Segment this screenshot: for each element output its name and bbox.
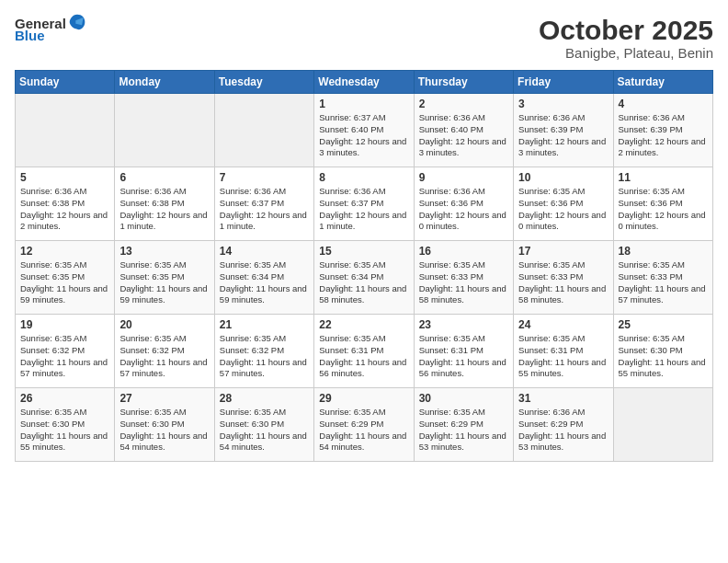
day-number: 24 [518, 318, 608, 331]
day-info: Sunrise: 6:35 AM Sunset: 6:34 PM Dayligh… [319, 259, 408, 306]
day-info: Sunrise: 6:35 AM Sunset: 6:30 PM Dayligh… [119, 407, 209, 454]
weekday-header-row: Sunday Monday Tuesday Wednesday Thursday… [16, 71, 713, 94]
day-info: Sunrise: 6:36 AM Sunset: 6:37 PM Dayligh… [220, 186, 309, 233]
calendar-cell [16, 94, 115, 167]
day-info: Sunrise: 6:35 AM Sunset: 6:34 PM Dayligh… [220, 259, 309, 306]
calendar-cell: 29Sunrise: 6:35 AM Sunset: 6:29 PM Dayli… [314, 388, 414, 462]
week-row-5: 26Sunrise: 6:35 AM Sunset: 6:30 PM Dayli… [16, 388, 713, 462]
calendar-cell: 13Sunrise: 6:35 AM Sunset: 6:35 PM Dayli… [115, 241, 214, 315]
calendar-cell: 17Sunrise: 6:35 AM Sunset: 6:33 PM Dayli… [514, 241, 613, 315]
day-number: 27 [119, 392, 209, 405]
day-number: 29 [319, 392, 408, 405]
day-info: Sunrise: 6:35 AM Sunset: 6:33 PM Dayligh… [518, 259, 608, 306]
week-row-1: 1Sunrise: 6:37 AM Sunset: 6:40 PM Daylig… [16, 94, 713, 167]
day-number: 28 [220, 392, 309, 405]
calendar-cell: 4Sunrise: 6:36 AM Sunset: 6:39 PM Daylig… [613, 94, 712, 167]
day-info: Sunrise: 6:36 AM Sunset: 6:40 PM Dayligh… [419, 112, 508, 159]
calendar-cell: 24Sunrise: 6:35 AM Sunset: 6:31 PM Dayli… [514, 315, 613, 388]
day-info: Sunrise: 6:35 AM Sunset: 6:33 PM Dayligh… [619, 259, 708, 306]
day-number: 26 [20, 392, 109, 405]
week-row-2: 5Sunrise: 6:36 AM Sunset: 6:38 PM Daylig… [16, 167, 713, 241]
calendar-cell: 9Sunrise: 6:36 AM Sunset: 6:36 PM Daylig… [414, 167, 513, 241]
calendar-cell: 6Sunrise: 6:36 AM Sunset: 6:38 PM Daylig… [115, 167, 214, 241]
calendar-cell: 26Sunrise: 6:35 AM Sunset: 6:30 PM Dayli… [16, 388, 115, 462]
calendar-cell: 14Sunrise: 6:35 AM Sunset: 6:34 PM Dayli… [214, 241, 313, 315]
day-number: 25 [619, 318, 708, 331]
day-number: 31 [518, 392, 608, 405]
logo: General Blue [15, 15, 86, 43]
logo-icon [68, 13, 86, 31]
calendar-cell [214, 94, 313, 167]
header-tuesday: Tuesday [214, 71, 313, 94]
day-number: 2 [419, 98, 508, 110]
calendar-cell: 25Sunrise: 6:35 AM Sunset: 6:30 PM Dayli… [613, 315, 712, 388]
calendar-cell: 2Sunrise: 6:36 AM Sunset: 6:40 PM Daylig… [414, 94, 513, 167]
calendar-cell [613, 388, 712, 462]
day-info: Sunrise: 6:36 AM Sunset: 6:38 PM Dayligh… [20, 186, 109, 233]
day-number: 17 [518, 245, 608, 258]
day-info: Sunrise: 6:35 AM Sunset: 6:31 PM Dayligh… [518, 333, 608, 380]
day-number: 16 [419, 245, 508, 258]
calendar-cell: 8Sunrise: 6:36 AM Sunset: 6:37 PM Daylig… [314, 167, 414, 241]
calendar-cell: 1Sunrise: 6:37 AM Sunset: 6:40 PM Daylig… [314, 94, 414, 167]
day-number: 4 [619, 98, 708, 110]
header-monday: Monday [115, 71, 214, 94]
calendar-title: October 2025 [539, 15, 713, 45]
day-number: 18 [619, 245, 708, 258]
day-info: Sunrise: 6:36 AM Sunset: 6:39 PM Dayligh… [619, 112, 708, 159]
day-info: Sunrise: 6:35 AM Sunset: 6:36 PM Dayligh… [619, 186, 708, 233]
day-number: 30 [419, 392, 508, 405]
day-info: Sunrise: 6:36 AM Sunset: 6:36 PM Dayligh… [419, 186, 508, 233]
day-number: 19 [20, 318, 109, 331]
day-info: Sunrise: 6:35 AM Sunset: 6:29 PM Dayligh… [419, 407, 508, 454]
day-number: 22 [319, 318, 408, 331]
day-info: Sunrise: 6:36 AM Sunset: 6:37 PM Dayligh… [319, 186, 408, 233]
header-friday: Friday [514, 71, 613, 94]
calendar-cell: 3Sunrise: 6:36 AM Sunset: 6:39 PM Daylig… [514, 94, 613, 167]
day-info: Sunrise: 6:36 AM Sunset: 6:39 PM Dayligh… [518, 112, 608, 159]
header-wednesday: Wednesday [314, 71, 414, 94]
day-info: Sunrise: 6:35 AM Sunset: 6:30 PM Dayligh… [220, 407, 309, 454]
calendar-cell: 19Sunrise: 6:35 AM Sunset: 6:32 PM Dayli… [16, 315, 115, 388]
day-number: 9 [419, 171, 508, 184]
day-number: 14 [220, 245, 309, 258]
day-number: 20 [119, 318, 209, 331]
day-number: 7 [220, 171, 309, 184]
calendar-cell [115, 94, 214, 167]
day-info: Sunrise: 6:35 AM Sunset: 6:29 PM Dayligh… [319, 407, 408, 454]
calendar-table: Sunday Monday Tuesday Wednesday Thursday… [15, 70, 713, 462]
calendar-cell: 21Sunrise: 6:35 AM Sunset: 6:32 PM Dayli… [214, 315, 313, 388]
day-info: Sunrise: 6:35 AM Sunset: 6:30 PM Dayligh… [20, 407, 109, 454]
day-info: Sunrise: 6:37 AM Sunset: 6:40 PM Dayligh… [319, 112, 408, 159]
day-info: Sunrise: 6:35 AM Sunset: 6:32 PM Dayligh… [119, 333, 209, 380]
week-row-3: 12Sunrise: 6:35 AM Sunset: 6:35 PM Dayli… [16, 241, 713, 315]
day-info: Sunrise: 6:35 AM Sunset: 6:31 PM Dayligh… [319, 333, 408, 380]
calendar-cell: 10Sunrise: 6:35 AM Sunset: 6:36 PM Dayli… [514, 167, 613, 241]
day-number: 13 [119, 245, 209, 258]
day-number: 1 [319, 98, 408, 110]
day-number: 10 [518, 171, 608, 184]
day-info: Sunrise: 6:35 AM Sunset: 6:36 PM Dayligh… [518, 186, 608, 233]
calendar-cell: 16Sunrise: 6:35 AM Sunset: 6:33 PM Dayli… [414, 241, 513, 315]
calendar-cell: 20Sunrise: 6:35 AM Sunset: 6:32 PM Dayli… [115, 315, 214, 388]
day-number: 5 [20, 171, 109, 184]
day-info: Sunrise: 6:35 AM Sunset: 6:35 PM Dayligh… [20, 259, 109, 306]
calendar-cell: 31Sunrise: 6:36 AM Sunset: 6:29 PM Dayli… [514, 388, 613, 462]
logo-text-blue: Blue [15, 28, 45, 43]
day-info: Sunrise: 6:36 AM Sunset: 6:29 PM Dayligh… [518, 407, 608, 454]
header-saturday: Saturday [613, 71, 712, 94]
calendar-cell: 27Sunrise: 6:35 AM Sunset: 6:30 PM Dayli… [115, 388, 214, 462]
calendar-cell: 15Sunrise: 6:35 AM Sunset: 6:34 PM Dayli… [314, 241, 414, 315]
calendar-cell: 30Sunrise: 6:35 AM Sunset: 6:29 PM Dayli… [414, 388, 513, 462]
title-block: October 2025 Banigbe, Plateau, Benin [539, 15, 713, 61]
calendar-subtitle: Banigbe, Plateau, Benin [539, 45, 713, 61]
day-number: 15 [319, 245, 408, 258]
header-sunday: Sunday [16, 71, 115, 94]
calendar-cell: 7Sunrise: 6:36 AM Sunset: 6:37 PM Daylig… [214, 167, 313, 241]
day-number: 11 [619, 171, 708, 184]
day-number: 12 [20, 245, 109, 258]
calendar-cell: 23Sunrise: 6:35 AM Sunset: 6:31 PM Dayli… [414, 315, 513, 388]
day-number: 6 [119, 171, 209, 184]
day-info: Sunrise: 6:35 AM Sunset: 6:31 PM Dayligh… [419, 333, 508, 380]
calendar-cell: 11Sunrise: 6:35 AM Sunset: 6:36 PM Dayli… [613, 167, 712, 241]
